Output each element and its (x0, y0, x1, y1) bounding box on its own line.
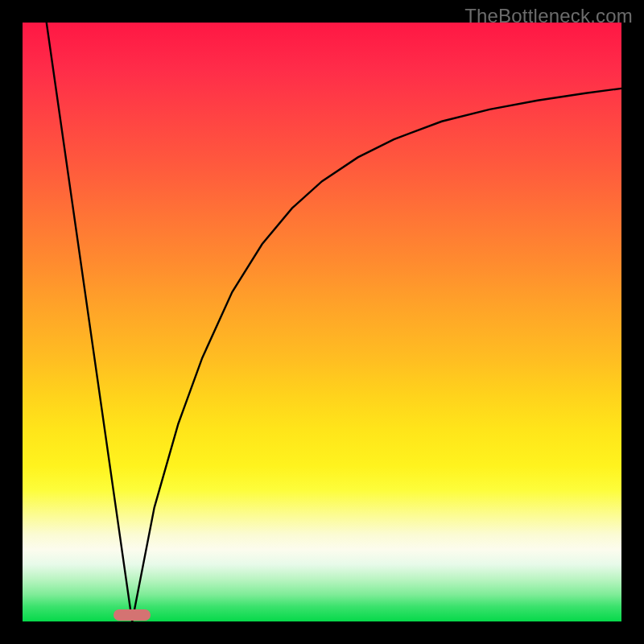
watermark-text: TheBottleneck.com (464, 5, 633, 27)
left-leg-line (47, 23, 132, 621)
curve-layer (23, 23, 621, 621)
optimal-zone-marker (114, 609, 151, 621)
plot-area (23, 23, 621, 621)
right-curve-line (132, 89, 621, 621)
chart-frame: TheBottleneck.com (0, 0, 644, 644)
